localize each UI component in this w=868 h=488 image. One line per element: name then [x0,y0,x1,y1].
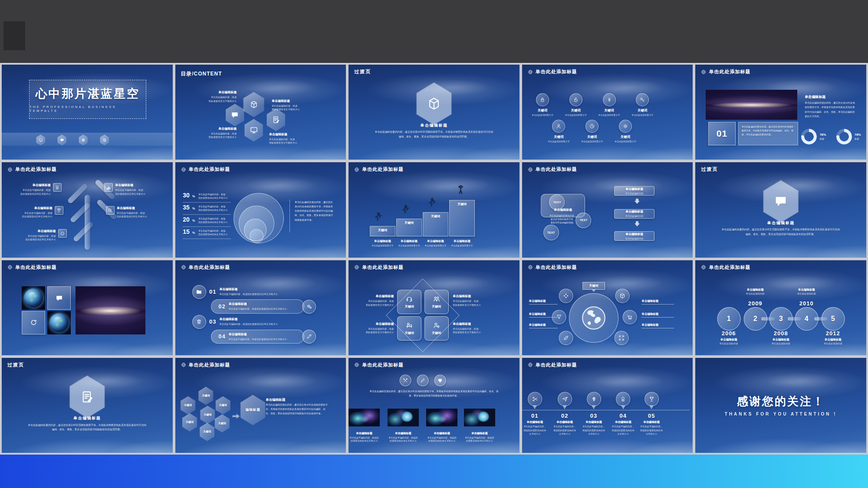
timeline-number-circle: 2 [743,307,767,331]
slide-thumbnail-transition-3[interactable]: 过渡页 单击编辑标题 单击此处编辑您要的内容，建议您在展示时采用微软雅黑字体，本… [2,358,173,453]
keyword-circle-item: 关键词 单击此处添加简要文字 [621,93,663,116]
top-bar-tab[interactable] [3,21,25,50]
slide-thumbnail-cycle-flow[interactable]: 单击此处添加标题 TEXTTEXTTEXT 单击编辑标题 单击此处编辑您要的内容… [522,162,693,257]
slide-title: 单击此处添加标题 [189,166,230,173]
flow-box: 单击编辑标题 单击此处编辑内容 [614,231,654,241]
transition-body: 单击此处编辑您要的内容，建议您在展示时采用微软雅黑字体，本模板所有图形线条及其相… [714,227,848,236]
thanks-title: 感谢您的关注！ [695,394,866,409]
tree-item: 单击编辑标题单击此处可编辑内容，根据 您的需要自由拉伸文本框大小 [14,229,67,242]
quad-label: 单击编辑标题 单击此处编辑内容，根据 实际需要改变文字颜色大小 [354,322,394,334]
transition-title: 单击编辑标题 [695,220,866,226]
pin-item: 03 单击编辑标题 单击此处可编辑内容，根据您的需要自由拉伸文本框大小 [579,358,608,453]
slide-thumbnail-transition-2[interactable]: 过渡页 单击编辑标题 单击此处编辑您要的内容，建议您在展示时采用微软雅黑字体，本… [695,162,866,257]
stat-row: 15 % 单击此处可编辑内容，根据 您的需要自由拉伸文本框大小 [183,227,230,239]
slide-thumbnail-transition-1[interactable]: 过渡页 单击编辑标题 单击此处编辑您要的内容，建议您在展示时采用微软雅黑字体，本… [349,65,519,160]
gallery-card: 单击编辑标题 单击此处可编辑内容，根据您 的需要自由拉伸文本框大小 [464,358,495,453]
slide-thumbnail-numbered-list[interactable]: 单击此处添加标题 01 单击编辑标题单击此处可编辑内容，根据您的需要自由拉伸文本… [175,260,346,355]
down-arrow-icon [635,201,640,204]
slide-title: 单击此处添加标题 [15,264,57,271]
list-item-icon [302,300,316,314]
keyword-hexagon: 关键词 [215,396,231,414]
slide-thumbnail-percent-stats[interactable]: 单击此处添加标题 30 % 单击此处可编辑内容，根据 您的需要自由拉伸文本框大小… [175,162,346,257]
stat-row: 35 % 单击此处可编辑内容，根据 您的需要自由拉伸文本框大小 [183,203,230,215]
cover-hex-icon [36,134,46,145]
divider-line [289,200,290,233]
timeline-point: 单击编辑标题 单击此处添加内容 2012 5 [817,260,849,355]
transition-label: 过渡页 [7,362,24,368]
slide-thumbnail-image-intro[interactable]: 单击此处添加标题 01 单击此处编辑您要的内容，建议您在展示时采用微软雅黑字体，… [695,65,866,160]
stair-step-item: 关键词 单击编辑标题 单击此处添加简要文字 [449,162,475,257]
tree-item: 单击编辑标题单击此处可编辑内容，根据 您的需要自由拉伸文本框大小 [10,206,63,219]
slide-thumbnail-timeline[interactable]: 单击此处添加标题 单击编辑标题 单击此处添加内容 2006 1 单击编辑标题 单… [695,260,866,355]
number-block: 01 [708,122,736,146]
keyword-circle-item: 关键词 单击此处添加简要文字 [605,120,646,143]
pin-item: 02 单击编辑标题 单击此处可编辑内容，根据您的需要自由拉伸文本框大小 [550,358,579,453]
pin-icon-circle [528,392,542,406]
slide-thumbnail-keyword-circles[interactable]: 单击此处添加标题 关键词 单击此处添加简要文字 关键词 单击此处添加简要文字 关… [522,65,693,160]
nebula-photo [426,409,457,427]
slide-thumbnail-gallery[interactable]: 单击此处添加标题 单击此处编辑您要的内容，建议您在展示时采用微软雅黑字体，本模板… [349,358,519,453]
galaxy-photo [706,90,797,120]
slide-title: 单击此处添加标题 [709,69,750,75]
slide-thumbnail-globe-spokes[interactable]: 单击此处添加标题 关键词 单击编辑标题单击编辑标题单击编辑标题 单击编辑标题单击… [522,260,693,355]
slide-thumbnail-image-grid[interactable]: 单击此处添加标题 [2,260,173,355]
toc-item-label: 单击编辑标题 单击此处编辑内容，根据 实际需要改变文字颜色大小 [272,99,316,111]
slide-thumbnail-tree[interactable]: 单击此处添加标题 单击编辑标题单击此处可编辑内容，根据 您的需要自由拉伸文本框大… [2,162,173,257]
spoke-title: 单击编辑标题 [641,323,674,328]
logo-icon [7,264,13,270]
tree-item-icon [58,229,67,238]
transition-title: 单击编辑标题 [349,123,519,128]
toc-item-label: 单击编辑标题 单击此处编辑内容，根据 实际需要改变文字颜色大小 [194,127,237,139]
transition-hexagon [415,82,453,125]
cover-hex-icon [57,134,67,145]
climber-icon [373,212,383,221]
tree-item-icon [53,183,62,192]
flow-box: 单击编辑标题 单击此处编辑内容 [614,186,654,196]
slide-thumbnail-pins[interactable]: 单击此处添加标题 01 单击编辑标题 单击此处可编辑内容，根据您的需要自由拉伸文… [522,358,693,453]
nebula-photo [349,409,380,427]
logo-icon [181,167,187,173]
stat-value: 30 [183,192,190,198]
gallery-card: 单击编辑标题 单击此处可编辑内容，根据您 的需要自由拉伸文本框大小 [349,358,380,453]
keyword-icon-circle [552,120,565,133]
nebula-photo [388,409,419,427]
nebula-photo [464,409,495,427]
keyword-hexagon: 关键词 [200,406,216,424]
slide-thumbnail-keyword-quad[interactable]: 单击此处添加标题 关键词 关键词 关键词 关键词 [349,260,519,355]
keyword-icon-circle [536,93,549,106]
stair-step-item: 关键词 单击编辑标题 单击此处添加简要文字 [423,162,449,257]
pin-icon-circle [587,392,601,406]
spoke-title: 单击编辑标题 [641,312,674,318]
list-item-icon [192,315,206,329]
side-body: 单击此处编辑您要的内容，建议您在展示时采用微软雅黑字体，本模板所有图形线条及其相… [295,200,335,222]
chat-tile [47,286,71,310]
slide-thumbnail-stairs[interactable]: 单击此处添加标题 关键词 单击编辑标题 单击此处添加简要文字 关键词 单击编辑标… [349,162,519,257]
list-item-icon [302,330,316,344]
slide-thumbnail-hex-cluster[interactable]: 单击此处添加标题 关键词关键词关键词关键词关键词关键词关键词 编辑标题 单击编辑… [175,358,346,453]
decorative-circle [250,229,263,243]
transition-label: 过渡页 [701,166,718,173]
winner-icon [455,184,466,195]
keyword-icon-circle [603,93,616,106]
numbered-list-item: 04 单击编辑标题单击此处可编辑内容，根据您的需要自由拉伸文本框大小 [211,330,316,344]
side-body: 单击此处编辑您要的内容，建议您在展示时采用微软雅黑字体，本模板所有图形线条及其相… [266,403,329,416]
gallery-card: 单击编辑标题 单击此处可编辑内容，根据您 的需要自由拉伸文本框大小 [388,358,419,453]
stair-bar: 关键词 [370,226,396,236]
keyword-icon-circle [619,120,632,133]
pin-icon-circle [558,392,572,406]
gallery-card: 单击编辑标题 单击此处可编辑内容，根据您 的需要自由拉伸文本框大小 [426,358,457,453]
slide-thumbnail-toc[interactable]: 目录/CONTENT 单击编辑标题 单击此处编辑内容，根据 实际需要改变文字颜色… [175,65,346,160]
slide-thumbnail-cover[interactable]: 心中那片湛蓝星空 THE PROFESSIONAL BUSINESS TEMPA… [2,65,173,160]
tree-item: 单击编辑标题单击此处可编辑内容，根据 您的需要自由拉伸文本框大小 [104,183,159,196]
cover-title-box: 心中那片湛蓝星空 THE PROFESSIONAL BUSINESS TEMPA… [29,80,146,119]
cover-title: 心中那片湛蓝星空 [36,86,140,102]
numbered-list-item: 03 单击编辑标题单击此处可编辑内容，根据您的需要自由拉伸文本框大小 [192,315,278,329]
donut-chart-item: 78%标题 [836,129,861,144]
earth-photo [22,286,45,310]
numbered-list-item: 01 单击编辑标题单击此处可编辑内容，根据您的需要自由拉伸文本框大小 [192,285,278,299]
cover-subtitle: THE PROFESSIONAL BUSINESS TEMPALTE [30,105,146,113]
keyword-hexagon: 关键词 [214,414,230,432]
spoke-title: 单击编辑标题 [641,299,674,305]
slide-thumbnail-thanks[interactable]: 感谢您的关注！ THANKS FOR YOU ATTENTION ! [695,358,866,453]
stair-bar: 关键词 [449,200,475,236]
